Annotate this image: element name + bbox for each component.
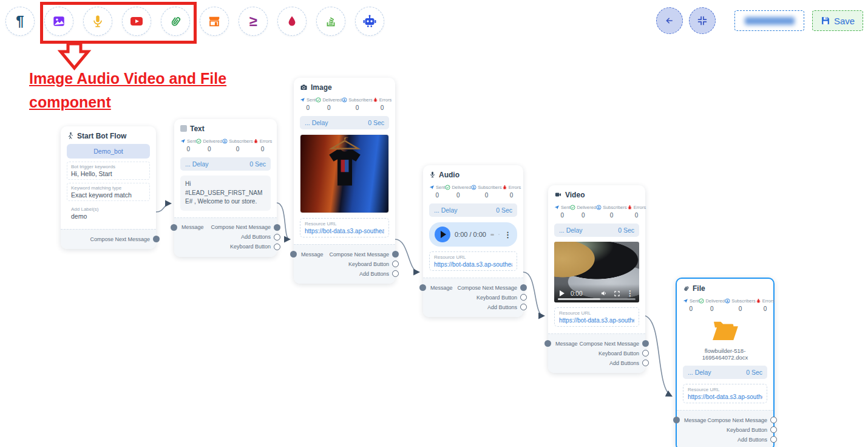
- delivered-icon: [445, 185, 450, 190]
- port-compose-next-message[interactable]: [274, 224, 280, 231]
- port-add-buttons[interactable]: [520, 304, 527, 310]
- stat-sent: 0: [554, 212, 570, 219]
- subscribers-icon: [342, 97, 347, 103]
- volume-icon[interactable]: [498, 231, 500, 238]
- port-message-in[interactable]: [290, 251, 297, 258]
- wire-start-to-text: [156, 203, 171, 212]
- toolbar-drip-component[interactable]: [277, 7, 307, 36]
- toolbar-sequence-component[interactable]: [316, 7, 345, 36]
- port-keyboard-button[interactable]: [392, 261, 399, 267]
- port-label-message: Message: [181, 224, 204, 230]
- bot-name-button[interactable]: Demo_bot: [67, 144, 150, 159]
- stats-row: Sent0 Delivered0 Subscribers0 Errors0: [300, 97, 389, 111]
- audio-player[interactable]: 0:00 / 0:00 ⋮: [429, 222, 517, 247]
- port-compose-next-message[interactable]: [642, 340, 649, 347]
- fullscreen-icon[interactable]: [614, 290, 620, 297]
- play-icon[interactable]: [560, 290, 565, 296]
- redacted-button[interactable]: [734, 10, 804, 31]
- paragraph-icon: ¶: [16, 13, 24, 30]
- toolbar-image-component[interactable]: [44, 7, 73, 36]
- file-preview[interactable]: flowbuilder-518-1695464072.docx: [683, 318, 767, 361]
- subscribers-icon: [471, 185, 476, 190]
- port-add-buttons[interactable]: [274, 234, 280, 241]
- flow-builder-canvas[interactable]: ¶ ≥ Image Audio Video and File component: [0, 0, 868, 447]
- toolbar-audio-component[interactable]: [83, 7, 112, 36]
- port-compose-next-message[interactable]: [153, 236, 160, 242]
- port-message-in[interactable]: [544, 340, 551, 347]
- delay-bar[interactable]: ... Delay 0 Sec: [683, 366, 767, 379]
- node-text[interactable]: Text Sent0 Delivered0 Subscribers0 Error…: [174, 119, 277, 257]
- save-icon: [821, 16, 830, 26]
- microphone-icon: [429, 171, 436, 179]
- volume-icon[interactable]: [600, 290, 608, 297]
- port-compose-next-message[interactable]: [520, 284, 527, 291]
- audio-progress[interactable]: [490, 234, 494, 236]
- port-add-buttons[interactable]: [392, 270, 399, 277]
- delay-label: ... Delay: [688, 369, 711, 376]
- toolbar-file-component[interactable]: [161, 7, 190, 36]
- node-file[interactable]: File Sent0 Delivered0 Subscribers0 Error…: [676, 278, 775, 447]
- resource-url-field[interactable]: Resource URL https://bot-data.s3.ap-sout…: [429, 251, 517, 271]
- delay-bar[interactable]: ... Delay 0 Sec: [300, 116, 389, 129]
- matching-type-field[interactable]: Keyword matching type Exact keyword matc…: [67, 183, 150, 201]
- back-button[interactable]: [656, 7, 683, 34]
- image-preview[interactable]: [300, 134, 389, 213]
- delay-label: ... Delay: [434, 206, 458, 214]
- delay-bar[interactable]: ... Delay 0 Sec: [554, 224, 639, 237]
- video-progress[interactable]: [558, 298, 636, 300]
- resource-url-field[interactable]: Resource URL https://bot-data.s3.ap-sout…: [554, 307, 639, 327]
- audio-menu-icon[interactable]: ⋮: [504, 230, 512, 239]
- node-start-bot-flow[interactable]: Start Bot Flow Demo_bot Bot trigger keyw…: [61, 126, 156, 249]
- port-add-buttons[interactable]: [642, 360, 649, 366]
- stat-subscribers: 0: [342, 104, 373, 111]
- port-compose-next-message[interactable]: [392, 251, 399, 258]
- stat-errors: 0: [253, 146, 272, 152]
- port-keyboard-button[interactable]: [274, 244, 280, 250]
- add-labels-field[interactable]: Add Label(s) demo: [67, 204, 150, 222]
- toolbar-condition-component[interactable]: ≥: [239, 7, 268, 36]
- resource-url-field[interactable]: Resource URL https://bot-data.s3.ap-sout…: [683, 384, 767, 403]
- port-message-in[interactable]: [171, 224, 177, 231]
- resource-url-link[interactable]: https://bot-data.s3.ap-southeast-1.wasab…: [688, 394, 762, 400]
- stat-sent: 0: [683, 305, 699, 312]
- stats-row: Sent0 Delivered0 Subscribers0 Errors0: [554, 205, 639, 219]
- resource-url-link[interactable]: https://bot-data.s3.ap-southeast-1.wasab…: [559, 317, 634, 324]
- port-label-add-buttons: Add Buttons: [609, 360, 639, 366]
- video-preview[interactable]: 0:00 ⋮: [554, 242, 639, 302]
- video-menu-icon[interactable]: ⋮: [626, 289, 634, 298]
- sent-icon: [683, 298, 688, 304]
- resource-url-label: Resource URL: [305, 221, 384, 227]
- resource-url-link[interactable]: https://bot-data.s3.ap-southeast-1.wasab…: [305, 228, 384, 234]
- sent-icon: [300, 97, 305, 103]
- port-keyboard-button[interactable]: [770, 426, 777, 433]
- node-image[interactable]: Image Sent0 Delivered0 Subscribers0 Erro…: [294, 78, 395, 284]
- port-add-buttons[interactable]: [770, 436, 777, 443]
- toolbar-text-component[interactable]: ¶: [5, 7, 35, 36]
- port-compose-next-message[interactable]: [770, 417, 777, 423]
- delay-bar[interactable]: ... Delay 0 Sec: [429, 203, 517, 217]
- message-text-box[interactable]: Hi #LEAD_USER_FIRST_NAME# , Welcome to o…: [180, 176, 271, 211]
- play-button[interactable]: [435, 227, 450, 242]
- node-video[interactable]: Video Sent0 Delivered0 Subscribers0 Erro…: [548, 185, 645, 373]
- toolbar-ecommerce-component[interactable]: [200, 7, 229, 36]
- port-keyboard-button[interactable]: [520, 294, 527, 301]
- field-label: Bot trigger keywords: [71, 164, 146, 169]
- port-message-in[interactable]: [419, 284, 426, 291]
- fit-view-button[interactable]: [689, 7, 716, 34]
- trigger-keywords-field[interactable]: Bot trigger keywords Hi, Hello, Start: [67, 162, 150, 180]
- toolbar-ai-component[interactable]: [355, 7, 384, 36]
- errors-icon: [627, 205, 632, 210]
- toolbar-video-component[interactable]: [122, 7, 151, 36]
- port-label-keyboard-button: Keyboard Button: [348, 261, 389, 267]
- node-audio[interactable]: Audio Sent0 Delivered0 Subscribers0 Erro…: [423, 165, 523, 317]
- resource-url-field[interactable]: Resource URL https://bot-data.s3.ap-sout…: [300, 218, 389, 237]
- image-icon: [52, 15, 66, 28]
- delay-bar[interactable]: ... Delay 0 Sec: [180, 157, 271, 171]
- save-button[interactable]: Save: [812, 10, 863, 31]
- resource-url-link[interactable]: https://bot-data.s3.ap-southeast-1.wasab…: [434, 261, 512, 268]
- port-message-in[interactable]: [673, 417, 680, 423]
- port-keyboard-button[interactable]: [642, 350, 649, 357]
- droplet-icon: [286, 15, 298, 27]
- microphone-icon: [91, 15, 104, 28]
- resource-url-label: Resource URL: [559, 310, 634, 316]
